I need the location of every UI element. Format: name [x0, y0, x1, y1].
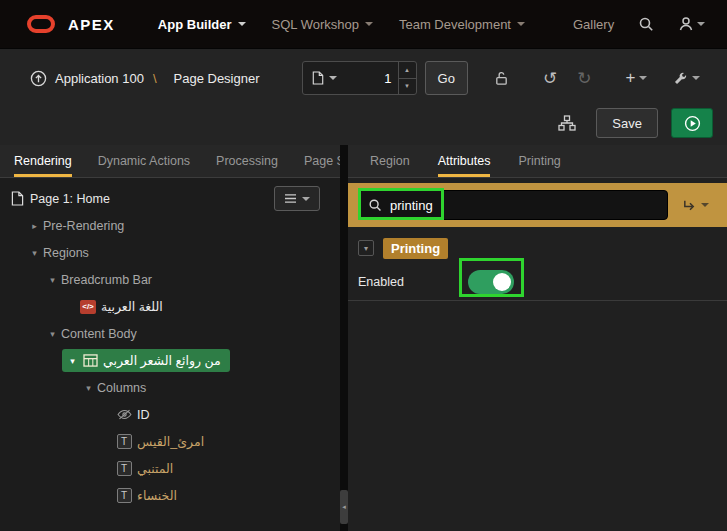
- page-lov-button[interactable]: [303, 62, 346, 94]
- lock-icon[interactable]: [494, 71, 509, 86]
- tree-node-columns[interactable]: Columns: [0, 374, 332, 401]
- wrench-icon: [673, 71, 688, 86]
- enabled-toggle[interactable]: [468, 270, 514, 294]
- run-page-button[interactable]: [671, 108, 713, 138]
- panel-splitter[interactable]: ◂: [340, 145, 348, 531]
- redo-icon[interactable]: [577, 68, 591, 89]
- spinner-up-button[interactable]: ▲: [399, 62, 416, 79]
- page-number-input[interactable]: [346, 62, 398, 94]
- search-icon: [368, 198, 382, 212]
- nav-sql-workshop[interactable]: SQL Workshop: [259, 8, 386, 41]
- enabled-field-label: Enabled: [358, 275, 468, 289]
- tab-region[interactable]: Region: [370, 145, 410, 177]
- printing-group-header: Printing: [348, 233, 727, 263]
- tree-node-column-almutanabbi[interactable]: T المتنبي: [0, 455, 332, 482]
- tab-printing[interactable]: Printing: [518, 145, 560, 177]
- tree-options-menu-button[interactable]: [274, 186, 320, 211]
- chevron-down-icon: [329, 76, 337, 80]
- tab-processing[interactable]: Processing: [216, 145, 278, 177]
- nav-app-builder[interactable]: App Builder: [145, 8, 259, 41]
- toggle-knob: [493, 273, 511, 291]
- search-icon[interactable]: [638, 16, 654, 32]
- table-region-icon: [81, 354, 99, 367]
- go-to-group-button[interactable]: [682, 198, 709, 213]
- group-collapse-icon[interactable]: [358, 240, 374, 256]
- chevron-down-icon: [517, 22, 525, 26]
- tree-node-label: المتنبي: [137, 461, 173, 476]
- nav-team-development[interactable]: Team Development: [386, 8, 538, 41]
- property-editor-panel: Region Attributes Printing Printi: [348, 145, 727, 531]
- shared-components-icon[interactable]: [558, 115, 576, 131]
- tree-node-label: Pre-Rendering: [43, 219, 124, 233]
- page-icon: [8, 191, 26, 206]
- nav-gallery[interactable]: Gallery: [560, 8, 627, 41]
- page-designer-toolbar: Application 100 \ Page Designer ▲ ▼ Go: [0, 48, 727, 145]
- tab-attributes[interactable]: Attributes: [438, 145, 491, 177]
- tree-node-label: اللغة العربية: [101, 299, 163, 314]
- tab-rendering[interactable]: Rendering: [14, 145, 72, 177]
- apex-page-designer-window: APEX App Builder SQL Workshop Team Devel…: [0, 0, 727, 531]
- chevron-down-icon: [692, 76, 700, 80]
- main-area: Rendering Dynamic Actions Processing Pag…: [0, 145, 727, 531]
- rendering-panel: Rendering Dynamic Actions Processing Pag…: [0, 145, 340, 531]
- chevron-down-icon: [365, 22, 373, 26]
- spinner-down-button[interactable]: ▼: [399, 79, 416, 95]
- splitter-collapse-handle[interactable]: ◂: [340, 490, 348, 524]
- tree-node-label: من روائع الشعر العربي: [103, 353, 221, 368]
- main-menu: App Builder SQL Workshop Team Developmen…: [145, 8, 627, 41]
- breadcrumb-separator: \: [153, 71, 157, 86]
- nav-gallery-label: Gallery: [573, 17, 614, 32]
- tree-node-column-id[interactable]: ID: [0, 401, 332, 428]
- create-menu-button[interactable]: [625, 68, 647, 88]
- property-search-input[interactable]: [390, 198, 658, 213]
- expand-icon[interactable]: [26, 221, 43, 231]
- go-to-arrow-icon: [682, 198, 697, 213]
- text-column-icon: T: [115, 488, 133, 503]
- chevron-down-icon: [701, 203, 709, 207]
- chevron-down-icon: [697, 22, 705, 26]
- tree-node-breadcrumb-bar[interactable]: Breadcrumb Bar: [0, 266, 332, 293]
- nav-team-development-label: Team Development: [399, 17, 511, 32]
- property-search-field[interactable]: [358, 190, 668, 220]
- collapse-icon[interactable]: [80, 383, 97, 393]
- tree-node-column-imru-alqais[interactable]: T امرئ_القيس: [0, 428, 332, 455]
- utilities-menu-button[interactable]: [673, 71, 700, 86]
- nav-sql-workshop-label: SQL Workshop: [272, 17, 359, 32]
- menu-icon: [284, 193, 297, 204]
- toolbar-row-2: Save: [558, 103, 727, 143]
- hidden-column-icon: [115, 409, 133, 420]
- tree-node-column-alkhansa[interactable]: T الخنساء: [0, 482, 332, 509]
- tree-node-label: Regions: [43, 246, 89, 260]
- chevron-down-icon: [639, 76, 647, 80]
- collapse-icon[interactable]: [64, 356, 81, 366]
- tab-page-shared-components[interactable]: Page Sh: [304, 145, 340, 177]
- nav-app-builder-label: App Builder: [158, 17, 232, 32]
- collapse-icon[interactable]: [44, 275, 61, 285]
- top-navigation-bar: APEX App Builder SQL Workshop Team Devel…: [0, 0, 727, 48]
- user-account-icon[interactable]: [678, 16, 705, 32]
- tree-node-label: Columns: [97, 381, 146, 395]
- collapse-icon[interactable]: [26, 248, 43, 258]
- application-home-icon[interactable]: [30, 70, 47, 87]
- selected-tree-node[interactable]: من روائع الشعر العربي: [62, 349, 230, 372]
- oracle-logo-icon[interactable]: [27, 15, 55, 33]
- breadcrumb-application[interactable]: Application 100: [55, 71, 144, 86]
- save-button[interactable]: Save: [596, 108, 658, 138]
- chevron-down-icon: [238, 22, 246, 26]
- undo-icon[interactable]: [543, 68, 557, 89]
- go-button[interactable]: Go: [425, 61, 468, 95]
- printing-group-label: Printing: [383, 238, 448, 259]
- tree-node-arabic-language-region[interactable]: </> اللغة العربية: [0, 293, 332, 320]
- collapse-icon[interactable]: [44, 329, 61, 339]
- toolbar-row-1: Application 100 \ Page Designer ▲ ▼ Go: [0, 59, 727, 97]
- property-search-bar: [348, 183, 727, 227]
- tree-node-label: Content Body: [61, 327, 137, 341]
- code-icon: </>: [79, 300, 97, 314]
- tree-node-pre-rendering[interactable]: Pre-Rendering: [0, 212, 332, 239]
- tree-node-page[interactable]: Page 1: Home: [0, 185, 332, 212]
- tree-node-poetry-region-selected[interactable]: من روائع الشعر العربي: [0, 347, 332, 374]
- rendering-tree: Page 1: Home Pre-Rendering Regions: [0, 178, 332, 531]
- tab-dynamic-actions[interactable]: Dynamic Actions: [98, 145, 190, 177]
- tree-node-regions[interactable]: Regions: [0, 239, 332, 266]
- tree-node-content-body[interactable]: Content Body: [0, 320, 332, 347]
